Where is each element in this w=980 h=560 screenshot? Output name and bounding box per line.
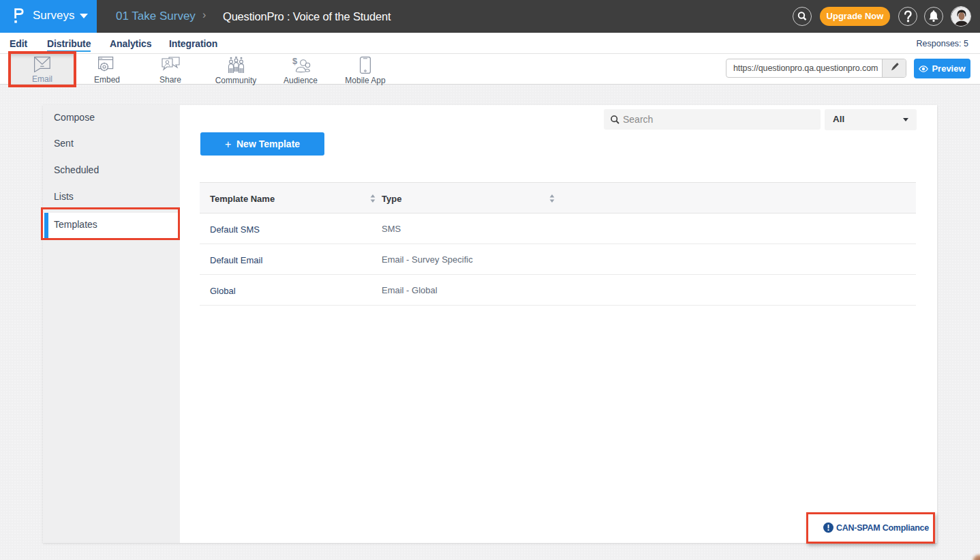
svg-text:$: $ xyxy=(292,57,298,66)
